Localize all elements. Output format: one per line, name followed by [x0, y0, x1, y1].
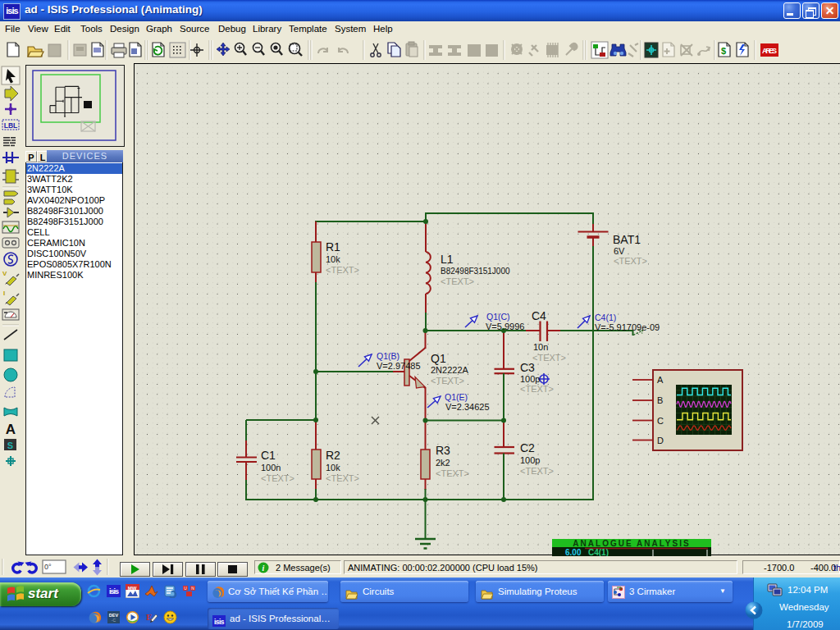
- svg-text:Q1: Q1: [431, 352, 446, 365]
- svg-text:100p: 100p: [520, 455, 540, 465]
- svg-text:R3: R3: [436, 444, 450, 457]
- svg-text:B: B: [657, 395, 663, 405]
- svg-text:6V: 6V: [614, 246, 625, 256]
- svg-text:ANALOGUE ANALYSIS: ANALOGUE ANALYSIS: [573, 539, 690, 548]
- svg-text:ARES: ARES: [762, 47, 777, 55]
- svg-text:<TEXT>: <TEXT>: [431, 376, 464, 386]
- svg-text:0°: 0°: [44, 563, 52, 571]
- svg-text:<TEXT>: <TEXT>: [441, 276, 474, 286]
- svg-text:C4: C4: [532, 309, 546, 322]
- svg-text:-C: -C: [112, 618, 116, 623]
- svg-text:2N2222A: 2N2222A: [431, 365, 469, 375]
- svg-text:10k: 10k: [326, 463, 340, 472]
- svg-text:10n: 10n: [533, 342, 548, 352]
- svg-text:100p: 100p: [520, 374, 540, 384]
- svg-text:Q1(B): Q1(B): [377, 351, 399, 361]
- svg-text:C2: C2: [520, 441, 535, 454]
- svg-text:U: U: [184, 586, 187, 591]
- svg-text:MW: MW: [128, 586, 137, 591]
- svg-text:6.00: 6.00: [565, 548, 582, 556]
- svg-text:B82498F3151J000: B82498F3151J000: [441, 267, 510, 276]
- svg-text:LBL: LBL: [4, 121, 18, 130]
- svg-text:$: $: [721, 46, 726, 56]
- svg-text:2k2: 2k2: [436, 458, 450, 468]
- svg-text:<TEXT>: <TEXT>: [326, 265, 359, 275]
- svg-text:<TEXT>: <TEXT>: [520, 466, 554, 476]
- svg-text:BAT1: BAT1: [613, 233, 641, 246]
- svg-text:I: I: [3, 290, 5, 297]
- svg-text:C4(1): C4(1): [588, 548, 609, 556]
- svg-text:R1: R1: [326, 240, 340, 253]
- svg-text:Q1(C): Q1(C): [486, 312, 510, 322]
- svg-text:Q1(E): Q1(E): [445, 392, 468, 402]
- svg-text:R2: R2: [326, 449, 340, 462]
- svg-text:V=-5.91709e-09: V=-5.91709e-09: [595, 322, 660, 332]
- svg-text:<TEXT>: <TEXT>: [261, 473, 294, 483]
- svg-text:C3: C3: [520, 361, 535, 374]
- svg-text:V=2.34625: V=2.34625: [445, 402, 490, 412]
- svg-text:S: S: [7, 441, 13, 450]
- svg-text:L1: L1: [441, 253, 454, 266]
- svg-text:isis: isis: [109, 587, 119, 596]
- svg-text:V: V: [2, 270, 7, 277]
- svg-text:<TEXT>: <TEXT>: [532, 353, 566, 363]
- svg-text:V=2.97485: V=2.97485: [377, 361, 421, 371]
- svg-text:isis: isis: [214, 618, 225, 626]
- svg-text:<TEXT>: <TEXT>: [326, 473, 359, 483]
- svg-text:<TEXT>: <TEXT>: [614, 256, 647, 266]
- svg-text:<TEXT>: <TEXT>: [436, 468, 469, 478]
- svg-text:<TEXT>: <TEXT>: [520, 384, 554, 394]
- svg-text:D: D: [657, 436, 664, 445]
- svg-text:A: A: [657, 375, 664, 385]
- svg-text:100n: 100n: [261, 463, 281, 472]
- svg-text:A: A: [6, 422, 16, 437]
- svg-text:C4(1): C4(1): [595, 313, 616, 322]
- svg-text:10k: 10k: [326, 254, 340, 264]
- svg-text:C: C: [657, 416, 664, 426]
- svg-text:V=5.9996: V=5.9996: [486, 322, 524, 331]
- svg-text:N: N: [191, 586, 194, 591]
- svg-text:i: i: [262, 564, 265, 573]
- svg-text:C1: C1: [261, 449, 276, 462]
